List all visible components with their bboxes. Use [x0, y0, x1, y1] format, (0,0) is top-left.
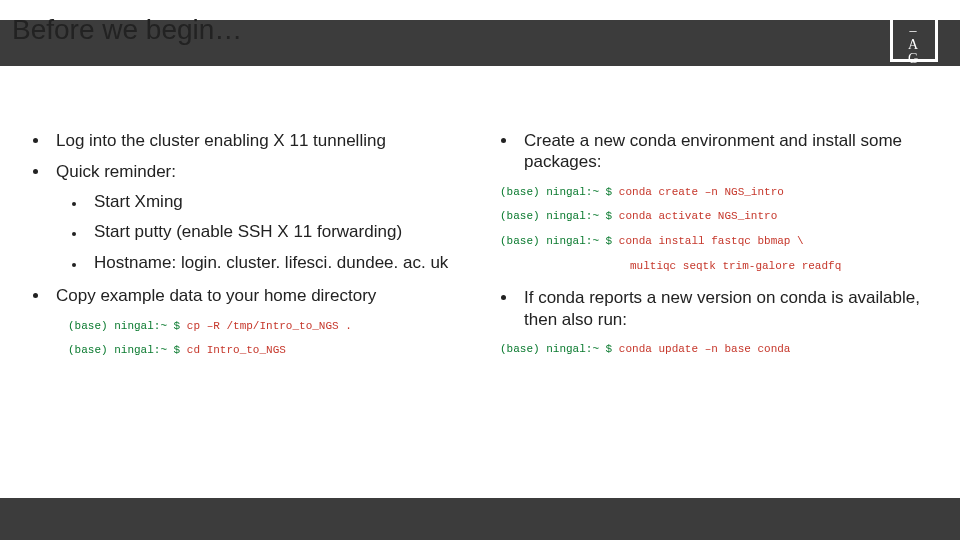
prompt: (base) ningal:~ $ — [500, 210, 619, 222]
command: cp –R /tmp/Intro_to_NGS . — [187, 320, 352, 332]
right-bullet-conda-update: If conda reports a new version on conda … — [518, 287, 938, 330]
logo-row-3: G – — [904, 52, 925, 80]
right-terminal-install: (base) ningal:~ $ conda install fastqc b… — [500, 232, 938, 251]
right-terminal-install-cont: multiqc seqtk trim-galore readfq — [630, 257, 938, 276]
command: conda install fastqc bbmap \ — [619, 235, 804, 247]
right-terminal-update: (base) ningal:~ $ conda update –n base c… — [500, 340, 938, 359]
right-terminal-activate: (base) ningal:~ $ conda activate NGS_int… — [500, 207, 938, 226]
command: multiqc seqtk trim-galore readfq — [630, 260, 841, 272]
left-terminal-cd: (base) ningal:~ $ cd Intro_to_NGS — [68, 341, 470, 360]
logo-row-2: – A — [904, 24, 925, 52]
left-sub-xming: Start Xming — [86, 191, 470, 214]
footer-bar — [0, 498, 960, 540]
right-bullet-conda-env: Create a new conda environment and insta… — [518, 130, 938, 173]
left-bullet-reminder: Quick reminder: Start Xming Start putty … — [50, 161, 470, 275]
prompt: (base) ningal:~ $ — [500, 235, 619, 247]
right-terminal-create: (base) ningal:~ $ conda create –n NGS_in… — [500, 183, 938, 202]
prompt: (base) ningal:~ $ — [500, 343, 619, 355]
command: conda activate NGS_intro — [619, 210, 777, 222]
slide-title: Before we begin… — [12, 14, 242, 46]
left-bullet-copy: Copy example data to your home directory — [50, 285, 470, 306]
slide: Before we begin… D – – A G – Log into th… — [0, 0, 960, 540]
right-column: Create a new conda environment and insta… — [480, 130, 960, 482]
left-bullet-login: Log into the cluster enabling X 11 tunne… — [50, 130, 470, 151]
prompt: (base) ningal:~ $ — [500, 186, 619, 198]
command: conda update –n base conda — [619, 343, 791, 355]
brand-logo: D – – A G – — [890, 14, 938, 62]
logo-row-1: D – — [904, 0, 925, 24]
left-terminal-cp: (base) ningal:~ $ cp –R /tmp/Intro_to_NG… — [68, 317, 470, 336]
left-sub-hostname: Hostname: login. cluster. lifesci. dunde… — [86, 252, 470, 275]
left-bullet-reminder-text: Quick reminder: — [56, 162, 176, 181]
prompt: (base) ningal:~ $ — [68, 320, 187, 332]
left-sub-putty: Start putty (enable SSH X 11 forwarding) — [86, 221, 470, 244]
body-columns: Log into the cluster enabling X 11 tunne… — [0, 130, 960, 482]
command: conda create –n NGS_intro — [619, 186, 784, 198]
prompt: (base) ningal:~ $ — [68, 344, 187, 356]
command: cd Intro_to_NGS — [187, 344, 286, 356]
left-column: Log into the cluster enabling X 11 tunne… — [0, 130, 480, 482]
